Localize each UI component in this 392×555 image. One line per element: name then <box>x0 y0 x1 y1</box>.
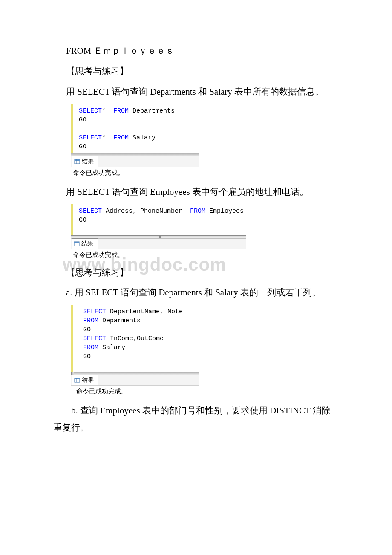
ident-deparments: Deparments <box>98 317 141 324</box>
ident-employees: Employees <box>205 208 244 215</box>
heading-think-practice-2: 【思考与练习】 <box>53 264 339 281</box>
kw-go: GO <box>79 217 86 224</box>
tab-results[interactable]: 结果 <box>72 156 98 167</box>
kw-go: GO <box>79 143 86 150</box>
cursor-caret <box>79 125 79 133</box>
paragraph-4: b. 查询 Employees 表中的部门号和性别，要求使用 DISTINCT … <box>53 402 339 436</box>
sql-code-area-1: SELECT* FROM Departments GO SELECT* FROM… <box>71 104 199 153</box>
results-icon <box>74 377 80 383</box>
status-message: 命令已成功完成。 <box>71 385 199 396</box>
sql-code-area-2: SELECT Address, PhoneNumber FROM Employe… <box>71 204 246 235</box>
op-comma: , <box>133 335 137 342</box>
op-star: * <box>102 107 106 115</box>
code-line-from-employees: FROM Ｅｍｐｌｏｙｅｅｓ <box>53 43 339 60</box>
sql-screenshot-2: SELECT Address, PhoneNumber FROM Employe… <box>71 204 246 260</box>
kw-go: GO <box>83 326 91 333</box>
ident-income: InCome <box>106 335 133 342</box>
svg-rect-1 <box>75 159 80 161</box>
results-tabbar: 结果 <box>71 238 246 249</box>
svg-rect-5 <box>74 242 79 243</box>
kw-select: SELECT <box>83 308 106 315</box>
paragraph-3: a. 用 SELECT 语句查询 Deparments 和 Salary 表的一… <box>53 284 339 301</box>
results-icon <box>74 241 80 247</box>
horizontal-scrollbar[interactable] <box>71 372 199 375</box>
heading-think-practice-1: 【思考与练习】 <box>53 63 339 80</box>
tab-results-label: 结果 <box>81 240 93 248</box>
horizontal-scrollbar[interactable] <box>71 153 199 156</box>
sql-code-area-3: SELECT DepartentName, Note FROM Deparmen… <box>71 305 199 372</box>
ident-note: Note <box>164 308 183 315</box>
paragraph-1: 用 SELECT 语句查询 Departments 和 Salary 表中所有的… <box>53 84 339 101</box>
ident-salary: Salary <box>129 134 156 142</box>
kw-go: GO <box>79 116 86 124</box>
results-tabbar: 结果 <box>71 156 199 167</box>
tab-results[interactable]: 结果 <box>72 375 98 385</box>
kw-select: SELECT <box>79 134 102 142</box>
tab-results-label: 结果 <box>82 376 94 384</box>
scroll-left-cap <box>71 372 74 375</box>
op-star: * <box>102 134 106 142</box>
results-icon <box>74 159 80 165</box>
cursor-caret <box>79 225 79 233</box>
kw-select: SELECT <box>83 335 106 342</box>
kw-select: SELECT <box>79 208 102 215</box>
op-comma: , <box>133 208 136 215</box>
kw-select: SELECT <box>79 107 102 115</box>
keyword-from: FROM <box>66 46 92 56</box>
ident-salary: Salary <box>98 344 125 351</box>
kw-from: FROM <box>106 134 129 142</box>
ident-outcome: OutCome <box>137 335 164 342</box>
tab-results-label: 结果 <box>82 158 94 165</box>
ident-address: Address <box>102 208 133 215</box>
paragraph-2: 用 SELECT 语句查询 Employees 表中每个雇员的地址和电话。 <box>53 184 339 201</box>
scroll-handle-icon <box>159 236 161 238</box>
horizontal-scrollbar[interactable] <box>71 235 246 238</box>
ident-departments: Departments <box>129 107 175 115</box>
ident-departentname: DepartentName <box>106 308 160 315</box>
ident-phonenumber: PhoneNumber <box>136 208 190 215</box>
kw-from: FROM <box>83 317 98 324</box>
svg-rect-7 <box>75 378 80 379</box>
sql-screenshot-3: SELECT DepartentName, Note FROM Deparmen… <box>71 305 199 396</box>
sql-screenshot-1: SELECT* FROM Departments GO SELECT* FROM… <box>71 104 199 178</box>
op-comma: , <box>160 308 164 315</box>
kw-go: GO <box>83 353 91 360</box>
kw-from: FROM <box>106 107 129 115</box>
document-page: FROM Ｅｍｐｌｏｙｅｅｓ 【思考与练习】 用 SELECT 语句查询 Dep… <box>0 0 392 474</box>
tab-results[interactable]: 结果 <box>72 238 98 249</box>
table-name-employees: Ｅｍｐｌｏｙｅｅｓ <box>94 46 174 56</box>
kw-from: FROM <box>83 344 98 351</box>
status-message: 命令已成功完成。 <box>71 167 199 178</box>
status-message: 命令已成功完成。 <box>71 249 246 260</box>
results-tabbar: 结果 <box>71 375 199 385</box>
kw-from: FROM <box>190 208 205 215</box>
